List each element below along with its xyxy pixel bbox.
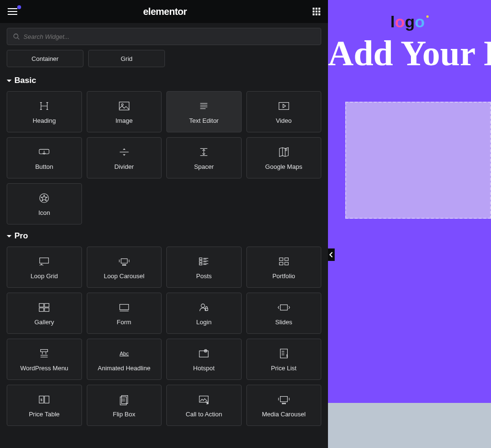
svg-point-0 [14, 34, 18, 38]
widget-sections: BasicHeadingImageText EditorVideoButtonD… [7, 76, 321, 426]
widget-text-editor[interactable]: Text Editor [166, 91, 242, 132]
svg-rect-23 [199, 263, 202, 265]
widget-wordpress-menu[interactable]: WordPress Menu [7, 339, 82, 380]
widget-spacer[interactable]: Spacer [166, 137, 242, 178]
flip-box-icon [118, 393, 130, 406]
wordpress-menu-icon [38, 347, 50, 360]
svg-rect-32 [279, 262, 282, 265]
svg-rect-58 [45, 396, 49, 403]
svg-rect-22 [199, 260, 202, 262]
chevron-left-icon [329, 252, 333, 258]
widget-media-carousel[interactable]: Media Carousel [246, 385, 322, 426]
svg-point-18 [122, 264, 123, 265]
widget-divider[interactable]: Divider [87, 137, 162, 178]
widget-flip-box[interactable]: Flip Box [87, 385, 162, 426]
widget-grid[interactable]: Grid [88, 50, 165, 67]
form-icon [118, 301, 130, 314]
widget-hotspot[interactable]: Hotspot [166, 339, 242, 380]
svg-rect-33 [285, 262, 288, 265]
menu-icon[interactable] [8, 8, 17, 15]
widget-portfolio[interactable]: Portfolio [246, 247, 322, 288]
caret-down-icon [7, 235, 12, 237]
collapse-handle[interactable] [328, 248, 335, 261]
caret-down-icon [7, 80, 12, 82]
search-wrap [0, 23, 328, 50]
widget-icon[interactable]: Icon [7, 183, 82, 224]
widget-price-table[interactable]: $Price Table [7, 385, 82, 426]
price-table-icon: $ [38, 393, 50, 406]
svg-text:$: $ [41, 397, 43, 401]
widget-grid: Loop GridLoop CarouselPostsPortfolioGall… [7, 247, 321, 426]
loop-grid-icon [38, 255, 50, 268]
svg-rect-38 [119, 304, 129, 309]
heading-icon [38, 100, 50, 112]
svg-rect-21 [199, 258, 202, 259]
svg-point-66 [282, 403, 283, 404]
svg-point-68 [285, 403, 286, 404]
widget-scroll[interactable]: ContainerGrid BasicHeadingImageText Edit… [0, 50, 328, 448]
svg-rect-8 [279, 102, 289, 109]
widget-posts[interactable]: Posts [166, 247, 242, 288]
svg-rect-30 [279, 258, 282, 260]
widget-animated-headline[interactable]: AbcAnimated Headline [87, 339, 162, 380]
price-list-icon: $ [278, 347, 290, 360]
widget-gallery[interactable]: Gallery [7, 293, 82, 334]
image-icon [118, 100, 130, 112]
gallery-icon [38, 301, 50, 314]
widget-google-maps[interactable]: Google Maps [246, 137, 322, 178]
widget-form[interactable]: Form [87, 293, 162, 334]
svg-rect-65 [280, 396, 287, 401]
svg-rect-36 [39, 307, 44, 311]
widget-login[interactable]: Login [166, 293, 242, 334]
svg-point-19 [124, 264, 125, 265]
video-icon [278, 100, 290, 112]
widget-slides[interactable]: Slides [246, 293, 322, 334]
media-carousel-icon [278, 393, 290, 406]
svg-text:$: $ [286, 354, 288, 357]
widget-call-to-action[interactable]: Call to Action [166, 385, 242, 426]
svg-point-51 [205, 350, 206, 351]
svg-rect-42 [280, 305, 287, 310]
editor-canvas[interactable]: logo Add Your He [328, 0, 491, 448]
image-placeholder[interactable] [345, 102, 491, 219]
svg-rect-34 [39, 303, 44, 307]
call-to-action-icon [198, 393, 210, 406]
section-basic[interactable]: Basic [7, 76, 321, 85]
widget-button[interactable]: Button [7, 137, 82, 178]
svg-point-20 [125, 264, 126, 265]
search-field[interactable] [23, 33, 315, 40]
login-icon [198, 301, 210, 314]
portfolio-icon [278, 255, 290, 268]
spacer-icon [198, 146, 210, 158]
site-logo: logo [390, 12, 429, 31]
svg-rect-43 [41, 349, 48, 352]
widget-heading[interactable]: Heading [7, 91, 82, 132]
svg-point-3 [121, 104, 123, 106]
widget-image[interactable]: Image [87, 91, 162, 132]
slides-icon [278, 301, 290, 314]
svg-rect-37 [45, 307, 49, 311]
widget-video[interactable]: Video [246, 91, 322, 132]
button-icon [38, 146, 50, 158]
widget-container[interactable]: Container [7, 50, 83, 67]
section-pro[interactable]: Pro [7, 231, 321, 241]
hero-section: logo Add Your He [328, 0, 491, 403]
posts-icon [198, 255, 210, 268]
svg-rect-49 [199, 351, 209, 357]
divider-icon [118, 146, 130, 158]
elementor-panel: elementor ContainerGrid BasicHeadingImag… [0, 0, 328, 448]
widget-loop-grid[interactable]: Loop Grid [7, 247, 82, 288]
brand-title: elementor [143, 6, 187, 17]
apps-icon[interactable] [313, 8, 320, 15]
page-headline[interactable]: Add Your He [328, 33, 491, 74]
svg-marker-9 [283, 104, 286, 107]
google-maps-icon [278, 146, 290, 158]
svg-rect-17 [121, 259, 127, 263]
search-input[interactable] [7, 28, 321, 45]
widget-loop-carousel[interactable]: Loop Carousel [87, 247, 162, 288]
loop-carousel-icon [118, 255, 130, 268]
svg-text:Abc: Abc [119, 350, 129, 356]
layout-row: ContainerGrid [7, 50, 321, 67]
hotspot-icon [198, 347, 210, 360]
widget-price-list[interactable]: $Price List [246, 339, 322, 380]
